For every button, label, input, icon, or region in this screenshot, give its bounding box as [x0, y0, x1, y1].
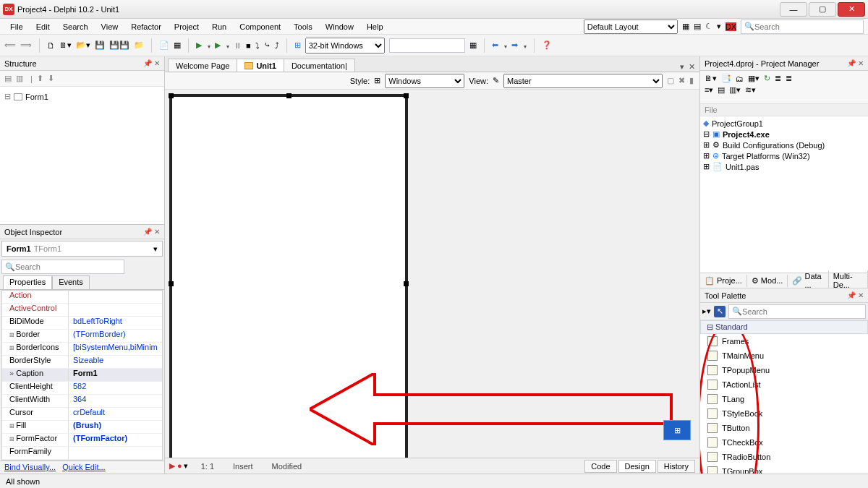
prop-row-caption[interactable]: CaptionForm1 [2, 369, 162, 382]
structure-item-label[interactable]: Form1 [25, 93, 48, 101]
tree-build[interactable]: Build Configurations (Debug) [723, 141, 825, 150]
menu-tools[interactable]: Tools [288, 20, 318, 33]
form-designer[interactable] [169, 94, 408, 458]
tab-properties[interactable]: Properties [3, 275, 52, 289]
trace-into-icon[interactable]: ⤵ [255, 41, 260, 50]
step-out-icon[interactable]: ⤴ [275, 41, 279, 50]
palette-item-tlang[interactable]: TLang [700, 392, 868, 406]
prop-row-border[interactable]: Border(TFormBorder) [2, 330, 162, 343]
run-dropdown[interactable] [206, 41, 210, 50]
prop-row-activecontrol[interactable]: ActiveControl [2, 304, 162, 317]
prop-row-action[interactable]: Action [2, 291, 162, 304]
object-selector[interactable]: Form1 TForm1 ▾ [1, 241, 163, 257]
pm-ico-5[interactable]: ≣ [775, 74, 781, 83]
pause-icon[interactable]: ⏸ [234, 41, 242, 50]
prop-row-clientheight[interactable]: ClientHeight582 [2, 382, 162, 395]
struct-tool-2[interactable]: ▥ [16, 74, 23, 83]
struct-tool-1[interactable]: ▤ [4, 74, 12, 83]
quick-edit-link[interactable]: Quick Edit... [62, 463, 105, 471]
prop-row-formfactor[interactable]: FormFactor(TFormFactor) [2, 434, 162, 447]
view-select[interactable]: Master [503, 74, 663, 88]
menu-file[interactable]: File [4, 20, 29, 33]
open-file-icon[interactable]: 📄 [159, 40, 169, 50]
prop-row-fill[interactable]: Fill(Brush) [2, 421, 162, 434]
palette-list[interactable]: FramesTMainMenuTPopupMenuTActionListTLan… [700, 334, 868, 474]
tree-exe[interactable]: Project4.exe [723, 130, 770, 139]
pm-ico-6[interactable]: ≣ [786, 74, 792, 83]
prop-row-cursor[interactable]: CursorcrDefault [2, 408, 162, 421]
menu-component[interactable]: Component [234, 20, 286, 33]
palette-item-tbutton[interactable]: TButton [700, 421, 868, 435]
tp-pin-icon[interactable]: 📌 ✕ [847, 291, 864, 299]
nav-back-icon[interactable]: ⬅ [492, 40, 498, 50]
tp-collapse-icon[interactable]: ▸▾ [702, 307, 711, 316]
save-all-icon[interactable]: 💾💾 [109, 40, 129, 50]
chevron-down-icon[interactable]: ▾ [717, 22, 721, 31]
property-grid[interactable]: ActionActiveControlBiDiModebdLeftToRight… [1, 290, 163, 461]
run-no-debug-icon[interactable]: ▶ [215, 40, 221, 50]
palette-item-tstylebook[interactable]: TStyleBook [700, 406, 868, 421]
oi-search[interactable]: 🔍 [1, 260, 124, 274]
tab-code[interactable]: Code [584, 460, 616, 473]
tab-welcome[interactable]: Welcome Page [168, 59, 237, 72]
menu-window[interactable]: Window [320, 20, 359, 33]
new-project-icon[interactable]: 🗎▾ [59, 40, 72, 50]
tool-icon-3[interactable]: ▮ [689, 76, 694, 85]
prop-row-bordericons[interactable]: BorderIcons[biSystemMenu,biMinim [2, 343, 162, 356]
menu-search[interactable]: Search [57, 20, 94, 33]
layout-icon-1[interactable]: ▦ [682, 22, 689, 31]
back-icon[interactable]: ⟸ [4, 40, 16, 50]
tab-documentation[interactable]: Documentation| [284, 59, 355, 72]
component-icon[interactable]: ▦ [174, 40, 181, 50]
pm-tab-data[interactable]: 🔗Data ... [788, 270, 828, 291]
tool-icon-2[interactable]: ✖ [678, 76, 685, 85]
pm-tab-project[interactable]: 📋Proje... [700, 275, 747, 287]
device-input[interactable] [389, 38, 465, 53]
tab-close-icon[interactable]: ✕ [689, 62, 695, 72]
pm-ico-9[interactable]: ▥▾ [729, 85, 741, 95]
open-icon[interactable]: 📂▾ [76, 40, 90, 50]
palette-item-tpopupmenu[interactable]: TPopupMenu [700, 363, 868, 377]
pm-ico-10[interactable]: ≋▾ [745, 85, 756, 95]
prop-row-borderstyle[interactable]: BorderStyleSizeable [2, 356, 162, 369]
pm-refresh-icon[interactable]: ↻ [764, 74, 770, 83]
bind-visually-link[interactable]: Bind Visually... [4, 463, 56, 471]
pm-ico-2[interactable]: 📑 [721, 74, 731, 83]
folder-icon[interactable]: 📁 [134, 40, 144, 50]
nav-fwd-dd[interactable] [522, 41, 527, 50]
pm-ico-1[interactable]: 🗎▾ [705, 74, 717, 83]
prop-row-bidimode[interactable]: BiDiModebdLeftToRight [2, 317, 162, 330]
tab-dropdown-icon[interactable]: ▾ [680, 62, 684, 72]
pm-ico-8[interactable]: ▤ [718, 85, 725, 95]
nav-back-dd[interactable] [503, 41, 507, 50]
device-settings-icon[interactable]: ▦ [469, 40, 477, 50]
menu-project[interactable]: Project [169, 20, 205, 33]
pm-tab-model[interactable]: ⚙Mod... [747, 275, 788, 287]
minimize-button[interactable]: — [780, 2, 807, 17]
tab-design[interactable]: Design [618, 460, 656, 473]
save-icon[interactable]: 💾 [95, 40, 105, 50]
palette-item-tcheckbox[interactable]: TCheckBox [700, 435, 868, 450]
maximize-button[interactable]: ▢ [809, 2, 836, 17]
prop-row-clientwidth[interactable]: ClientWidth364 [2, 395, 162, 408]
menu-help[interactable]: Help [361, 20, 389, 33]
oi-pin-icon[interactable]: 📌 ✕ [143, 228, 160, 236]
forward-icon[interactable]: ⟹ [20, 40, 32, 50]
layout-icon-2[interactable]: ▤ [694, 22, 701, 31]
struct-down-icon[interactable]: ⬇ [48, 74, 54, 83]
menu-run[interactable]: Run [206, 20, 232, 33]
macro-dropdown-icon[interactable]: ▾ [184, 461, 188, 471]
global-search-input[interactable] [754, 22, 860, 31]
new-file-icon[interactable]: 🗋 [47, 41, 55, 50]
structure-pin-icon[interactable]: 📌 ✕ [143, 59, 160, 67]
palette-item-tradiobutton[interactable]: TRadioButton [700, 450, 868, 464]
pm-ico-7[interactable]: ≡▾ [705, 85, 713, 95]
close-button[interactable]: ✕ [838, 2, 865, 17]
menu-refactor[interactable]: Refactor [125, 20, 167, 33]
palette-item-tgroupbox[interactable]: TGroupBox [700, 464, 868, 474]
palette-item-tactionlist[interactable]: TActionList [700, 377, 868, 392]
run-nd-dropdown[interactable] [225, 41, 229, 50]
tree-unit[interactable]: Unit1.pas [726, 163, 759, 171]
structure-tree[interactable]: ⊟ Form1 [0, 87, 164, 224]
palette-item-tmainmenu[interactable]: TMainMenu [700, 348, 868, 363]
